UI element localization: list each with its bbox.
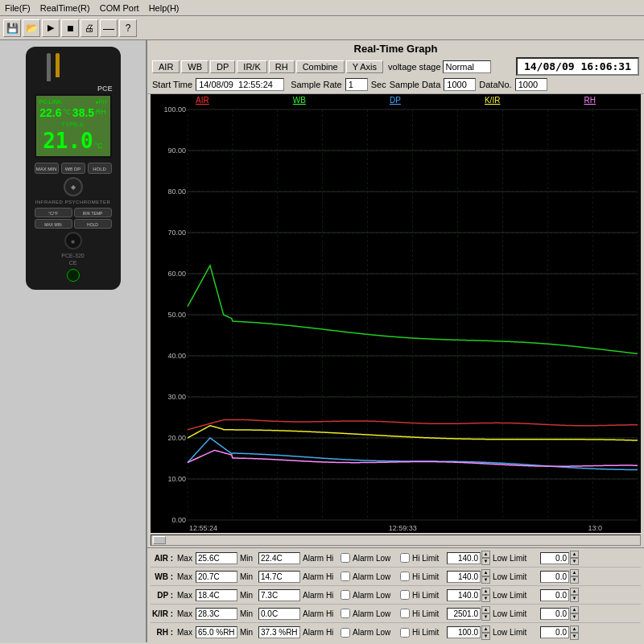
chart-canvas xyxy=(151,106,641,523)
kir-alarm-lo-check[interactable] xyxy=(400,609,410,618)
wb-hi-limit-spin[interactable]: ▲▼ xyxy=(481,569,490,584)
tab-combine[interactable]: Combine xyxy=(296,60,345,73)
hold-btn2[interactable]: HOLD xyxy=(74,219,112,229)
datetime-display: 14/08/09 16:06:31 xyxy=(516,57,639,76)
air-lo-limit-input[interactable] xyxy=(540,552,569,564)
type-label: TYPE-K xyxy=(39,121,107,128)
table-row-air: AIR : Max Min Alarm Hi Alarm Low Hi Limi… xyxy=(151,549,641,568)
menu-help[interactable]: Help(H) xyxy=(144,2,184,14)
tab-wb[interactable]: WB xyxy=(181,60,208,73)
toolbar: 💾 📂 ▶ ⏹ 🖨 — ? xyxy=(0,16,644,40)
wb-lo-limit-input[interactable] xyxy=(540,571,569,583)
rh-hi-limit-spin[interactable]: ▲▼ xyxy=(481,625,490,640)
rh-max-input[interactable] xyxy=(196,626,237,638)
rh-lo-limit-input[interactable] xyxy=(540,626,569,638)
kir-hi-limit-label: Hi Limit xyxy=(412,609,446,618)
kir-hi-limit-spin[interactable]: ▲▼ xyxy=(481,606,490,621)
graph-header: Real-Time Graph AIR WB DP IR/K RH Combin… xyxy=(147,40,644,94)
dp-lo-limit-input[interactable] xyxy=(540,589,569,601)
rh-lo-limit-spin[interactable]: ▲▼ xyxy=(570,625,579,640)
nav-disc[interactable]: ◉ xyxy=(64,232,82,250)
dp-max-label: Max xyxy=(177,591,195,600)
table-row-wb: WB : Max Min Alarm Hi Alarm Low Hi Limit… xyxy=(151,568,641,586)
minus-button[interactable]: — xyxy=(100,19,118,37)
cf-btn[interactable]: °C/°F xyxy=(35,208,72,217)
dp-alarm-lo-check[interactable] xyxy=(400,590,410,600)
menu-realtime[interactable]: RealTime(R) xyxy=(35,2,95,14)
dp-hi-limit-spin[interactable]: ▲▼ xyxy=(481,588,490,602)
hold-btn[interactable]: HOLD xyxy=(88,163,112,174)
print-button[interactable]: 🖨 xyxy=(80,19,98,37)
main-temp: 21.0 xyxy=(43,129,93,153)
rh-lo-limit-label: Low Limit xyxy=(493,628,539,637)
menu-comport[interactable]: COM Port xyxy=(95,2,144,14)
dp-hi-limit-input[interactable] xyxy=(447,589,481,601)
wb-alarm-hi-check[interactable] xyxy=(341,572,350,581)
wb-alarm-lo-check[interactable] xyxy=(400,572,410,581)
air-alarm-lo-check[interactable] xyxy=(400,553,410,563)
tab-dp[interactable]: DP xyxy=(210,60,235,73)
rh-min-input[interactable] xyxy=(258,626,300,638)
temp1-unit: °C xyxy=(63,108,71,116)
datano-input[interactable] xyxy=(515,78,547,91)
kir-max-input[interactable] xyxy=(196,608,237,620)
sample-data-input[interactable] xyxy=(444,78,476,91)
rh-alarm-lo-check[interactable] xyxy=(400,628,410,638)
air-hi-limit-spin[interactable]: ▲▼ xyxy=(481,551,490,565)
irk-temp-btn[interactable]: IR/K TEMP xyxy=(74,208,112,217)
rh-alarm-hi-check[interactable] xyxy=(341,628,350,638)
air-channel-label: AIR : xyxy=(151,554,176,563)
start-time-input[interactable] xyxy=(196,78,284,91)
y-axis-button[interactable]: Y Axis xyxy=(346,60,383,73)
help-button[interactable]: ? xyxy=(119,19,137,37)
x-label-2: 12:59:33 xyxy=(389,524,417,532)
pc-link-label: PC-LINK xyxy=(39,99,62,105)
max-min-btn[interactable]: MAX MIN xyxy=(35,163,59,174)
right-panel: Real-Time Graph AIR WB DP IR/K RH Combin… xyxy=(147,40,644,642)
rh-hi-limit-input[interactable] xyxy=(447,626,481,638)
air-alarm-hi-check[interactable] xyxy=(341,553,350,563)
kir-min-label: Min xyxy=(240,609,258,618)
wb-dp-btn[interactable]: WB DP xyxy=(61,163,85,174)
wb-min-input[interactable] xyxy=(258,571,300,583)
dp-lo-limit-spin[interactable]: ▲▼ xyxy=(570,588,579,602)
play-button[interactable]: ▶ xyxy=(42,19,60,37)
save-button[interactable]: 💾 xyxy=(3,19,21,37)
dp-min-input[interactable] xyxy=(258,589,300,601)
kir-min-input[interactable] xyxy=(258,608,300,620)
chart-scrollbar[interactable] xyxy=(151,535,641,546)
wb-hi-limit-label: Hi Limit xyxy=(412,572,446,581)
kir-lo-limit-input[interactable] xyxy=(540,608,569,620)
ch-kir-label: K/IR xyxy=(485,96,500,105)
power-btn[interactable] xyxy=(67,269,80,282)
menu-file[interactable]: File(F) xyxy=(0,2,35,14)
voltage-stage-input[interactable] xyxy=(443,60,491,73)
air-max-input[interactable] xyxy=(196,552,237,564)
tab-irk[interactable]: IR/K xyxy=(237,60,266,73)
kir-hi-limit-input[interactable] xyxy=(447,608,481,620)
brand-logo: PCE xyxy=(97,85,113,93)
kir-alarm-hi-check[interactable] xyxy=(341,609,350,618)
chart-wrapper: AIR WB DP K/IR RH 12:55:24 12:59:33 13:0 xyxy=(147,94,644,547)
temp2-display: 38.5 xyxy=(72,106,94,119)
scroll-thumb[interactable] xyxy=(153,536,166,544)
air-lo-limit-spin[interactable]: ▲▼ xyxy=(570,551,579,565)
wb-max-input[interactable] xyxy=(196,571,237,583)
wb-hi-limit-input[interactable] xyxy=(447,571,481,583)
wb-lo-limit-spin[interactable]: ▲▼ xyxy=(570,569,579,584)
dp-max-input[interactable] xyxy=(196,589,237,601)
open-button[interactable]: 📂 xyxy=(23,19,40,37)
air-min-input[interactable] xyxy=(258,552,300,564)
temp2-unit: RH xyxy=(96,108,106,116)
nav-btn[interactable]: ◆ xyxy=(64,177,83,196)
tab-air[interactable]: AIR xyxy=(152,60,180,73)
tab-rh[interactable]: RH xyxy=(269,60,295,73)
stop-button[interactable]: ⏹ xyxy=(61,19,79,37)
dp-alarm-hi-check[interactable] xyxy=(341,590,350,600)
sample-rate-label: Sample Rate xyxy=(291,80,342,89)
sample-rate-input[interactable] xyxy=(345,78,368,91)
air-hi-limit-input[interactable] xyxy=(447,552,481,564)
rh-channel-label: RH : xyxy=(151,628,176,637)
max-min-btn2[interactable]: MAX MIN xyxy=(35,219,72,229)
kir-lo-limit-spin[interactable]: ▲▼ xyxy=(570,606,579,621)
